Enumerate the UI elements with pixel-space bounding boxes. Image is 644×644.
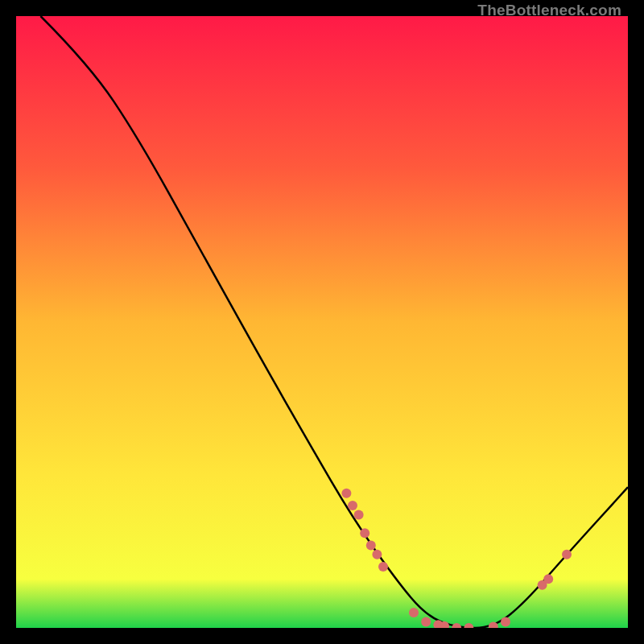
- data-marker: [372, 550, 382, 559]
- data-marker: [501, 617, 510, 626]
- data-marker: [366, 540, 376, 550]
- chart-background: [16, 16, 628, 628]
- data-marker: [409, 608, 419, 617]
- data-marker: [562, 550, 572, 559]
- data-marker: [360, 528, 369, 538]
- data-marker: [354, 510, 364, 519]
- watermark-text: TheBottleneck.com: [477, 2, 621, 19]
- data-marker: [543, 574, 553, 584]
- data-marker: [341, 489, 351, 498]
- data-marker: [378, 562, 388, 572]
- data-marker: [421, 617, 431, 626]
- bottleneck-chart: [16, 16, 628, 628]
- data-marker: [348, 501, 357, 510]
- chart-frame: [16, 16, 628, 628]
